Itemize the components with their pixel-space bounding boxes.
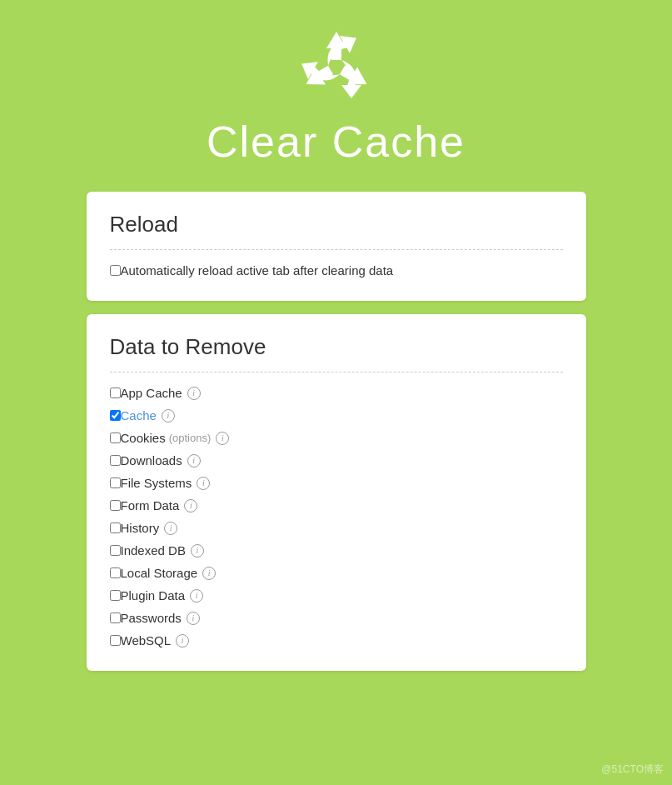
list-item: App Cachei	[110, 386, 563, 400]
checkbox-cookies[interactable]	[110, 432, 121, 443]
list-item: Cookies(options)i	[110, 431, 563, 445]
list-item: Cachei	[110, 408, 563, 422]
reload-row: Automatically reload active tab after cl…	[110, 263, 563, 278]
checkbox-form-data[interactable]	[110, 500, 121, 511]
item-label: Plugin Data	[121, 588, 186, 602]
item-label: Cookies	[121, 431, 166, 445]
item-label: WebSQL	[121, 633, 172, 648]
data-to-remove-card: Data to Remove App CacheiCacheiCookies(o…	[87, 314, 586, 671]
reload-title: Reload	[110, 212, 563, 238]
list-item: Local Storagei	[110, 566, 563, 580]
info-icon[interactable]: i	[187, 612, 200, 625]
item-label: Passwords	[121, 611, 182, 625]
info-icon[interactable]: i	[197, 477, 210, 490]
app-title: Clear Cache	[207, 117, 465, 167]
divider	[110, 249, 563, 250]
info-icon[interactable]: i	[187, 454, 201, 468]
list-item: Form Datai	[110, 498, 563, 512]
checkbox-file-systems[interactable]	[110, 478, 121, 488]
divider2	[110, 372, 563, 372]
item-label: Cache	[121, 408, 157, 422]
data-section-title: Data to Remove	[110, 334, 563, 360]
item-label: Form Data	[121, 498, 180, 512]
info-icon[interactable]: i	[216, 432, 229, 445]
info-icon[interactable]: i	[176, 634, 189, 648]
reload-checkbox[interactable]	[110, 265, 121, 276]
watermark: @51CTO博客	[601, 762, 664, 777]
info-icon[interactable]: i	[187, 387, 201, 400]
item-label: Indexed DB	[121, 543, 186, 558]
recycle-icon	[295, 25, 378, 108]
list-item: Downloadsi	[110, 453, 563, 468]
checkbox-history[interactable]	[110, 522, 121, 533]
list-item: File Systemsi	[110, 476, 563, 490]
checkbox-local-storage[interactable]	[110, 568, 121, 578]
checkbox-cache[interactable]	[110, 410, 121, 421]
info-icon[interactable]: i	[202, 567, 216, 580]
checkbox-app-cache[interactable]	[110, 388, 121, 398]
item-label: History	[121, 521, 160, 535]
data-items-list: App CacheiCacheiCookies(options)iDownloa…	[110, 386, 563, 648]
list-item: Plugin Datai	[110, 588, 563, 602]
checkbox-websql[interactable]	[110, 635, 121, 646]
info-icon[interactable]: i	[162, 409, 175, 422]
list-item: WebSQLi	[110, 633, 563, 648]
checkbox-indexed-db[interactable]	[110, 545, 121, 556]
info-icon[interactable]: i	[184, 499, 197, 512]
item-label: File Systems	[121, 476, 192, 490]
options-text: (options)	[169, 432, 212, 444]
reload-card: Reload Automatically reload active tab a…	[87, 192, 586, 301]
checkbox-downloads[interactable]	[110, 455, 121, 466]
item-label: Downloads	[121, 453, 182, 468]
item-label: App Cache	[121, 386, 182, 400]
item-label: Local Storage	[121, 566, 198, 580]
checkbox-passwords[interactable]	[110, 612, 121, 623]
info-icon[interactable]: i	[190, 589, 203, 602]
reload-label: Automatically reload active tab after cl…	[121, 263, 394, 278]
checkbox-plugin-data[interactable]	[110, 590, 121, 601]
info-icon[interactable]: i	[164, 522, 177, 535]
list-item: Indexed DBi	[110, 543, 563, 558]
info-icon[interactable]: i	[191, 544, 204, 558]
list-item: Historyi	[110, 521, 563, 535]
list-item: Passwordsi	[110, 611, 563, 625]
header: Clear Cache	[207, 25, 465, 167]
